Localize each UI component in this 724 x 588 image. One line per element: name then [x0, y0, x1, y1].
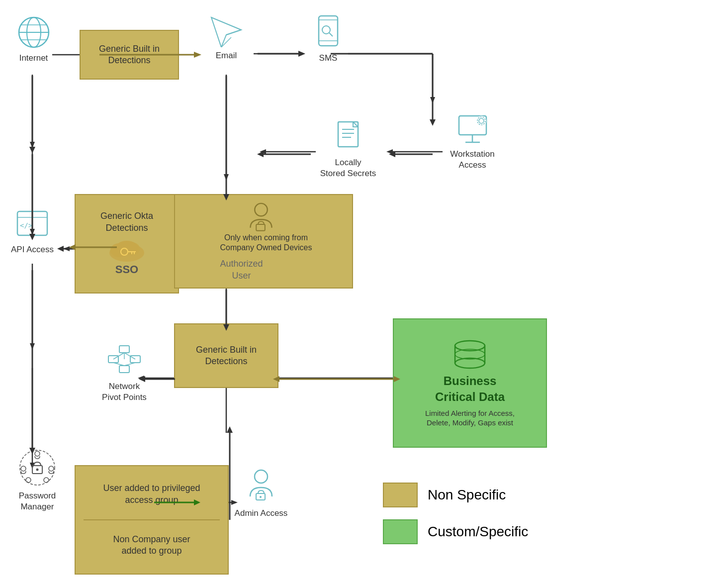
- locally-stored-label: LocallyStored Secrets: [320, 157, 376, 179]
- svg-point-90: [44, 478, 49, 483]
- svg-point-93: [255, 470, 268, 483]
- user-added-box: User added to privilegedaccess group Non…: [75, 465, 229, 575]
- svg-text:</>: </>: [20, 221, 32, 229]
- svg-marker-14: [260, 149, 266, 154]
- svg-marker-26: [30, 343, 35, 350]
- svg-point-89: [26, 478, 31, 483]
- legend-non-specific-label: Non Specific: [428, 487, 506, 503]
- svg-rect-47: [338, 122, 358, 147]
- user-added-label1: User added to privilegedaccess group: [103, 483, 200, 506]
- legend: Non Specific Custom/Specific: [383, 483, 528, 544]
- svg-line-46: [329, 33, 333, 36]
- svg-point-92: [36, 469, 39, 471]
- api-access-node: </> API Access: [0, 209, 65, 255]
- svg-marker-108: [389, 151, 395, 157]
- generic-builtin2-label: Generic Built inDetections: [196, 344, 257, 368]
- password-manager-node: PasswordManager: [2, 448, 72, 512]
- business-critical-label: BusinessCritical Data: [435, 373, 505, 404]
- svg-point-55: [476, 116, 486, 126]
- business-critical-sub: Limited Alerting for Access,Delete, Modi…: [425, 408, 515, 428]
- svg-marker-1: [30, 142, 35, 148]
- svg-point-45: [322, 26, 330, 34]
- admin-access-node: Admin Access: [229, 468, 293, 519]
- workstation-icon: [456, 113, 489, 146]
- network-pivot-icon: [106, 343, 143, 378]
- svg-marker-8: [430, 97, 435, 103]
- user-added-label2: Non Company useradded to group: [113, 534, 190, 557]
- locally-stored-node: LocallyStored Secrets: [308, 119, 388, 179]
- svg-point-95: [260, 496, 262, 498]
- network-pivot-label: NetworkPivot Points: [102, 381, 147, 403]
- legend-non-specific-box: [383, 483, 418, 507]
- authorized-user-box: Only when coming fromCompany Owned Devic…: [174, 194, 353, 289]
- svg-marker-125: [227, 426, 233, 433]
- sso-label: SSO: [115, 263, 138, 277]
- svg-rect-74: [119, 366, 129, 373]
- svg-line-51: [353, 122, 358, 127]
- svg-point-85: [20, 450, 55, 485]
- password-manager-label: PasswordManager: [19, 490, 56, 512]
- sms-icon: [315, 15, 342, 50]
- authorized-user-icon: [245, 201, 277, 233]
- sms-node: SMS: [298, 15, 358, 64]
- email-label: Email: [216, 50, 237, 61]
- generic-okta-box: Generic OktaDetections SSO: [75, 194, 179, 294]
- svg-rect-72: [119, 346, 129, 353]
- sms-label: SMS: [319, 53, 338, 64]
- database-icon: [450, 338, 490, 373]
- svg-rect-42: [319, 16, 338, 46]
- svg-marker-101: [29, 147, 35, 153]
- generic-builtin-label: Generic Built inDetections: [99, 43, 160, 67]
- diagram: Internet Generic Built inDetections Emai…: [0, 0, 724, 588]
- sso-cloud-icon: [107, 238, 147, 263]
- workstation-node: WorkstationAccess: [433, 113, 512, 171]
- generic-builtin-box: Generic Built inDetections: [80, 30, 179, 80]
- api-access-icon: </>: [15, 209, 50, 241]
- svg-point-83: [455, 358, 485, 368]
- email-node: Email: [196, 15, 256, 61]
- svg-point-86: [35, 451, 40, 456]
- locally-stored-icon: [333, 119, 363, 154]
- workstation-label: WorkstationAccess: [450, 149, 494, 171]
- generic-builtin2-box: Generic Built inDetections: [174, 323, 278, 388]
- internet-node: Internet: [5, 15, 62, 64]
- password-manager-icon: [17, 448, 57, 488]
- svg-point-69: [255, 203, 267, 216]
- svg-line-40: [226, 30, 241, 35]
- svg-rect-70: [256, 224, 265, 231]
- authorized-user-desc: Only when coming fromCompany Owned Devic…: [220, 233, 312, 254]
- internet-icon: [16, 15, 51, 50]
- business-critical-box: BusinessCritical Data Limited Alerting f…: [393, 318, 547, 448]
- generic-okta-label: Generic OktaDetections: [100, 210, 153, 234]
- network-pivot-node: NetworkPivot Points: [90, 343, 159, 403]
- api-access-label: API Access: [11, 244, 54, 255]
- admin-access-icon: [245, 468, 277, 505]
- svg-marker-10: [224, 174, 229, 181]
- svg-line-78: [113, 363, 124, 366]
- admin-access-label: Admin Access: [235, 508, 288, 519]
- internet-label: Internet: [19, 53, 48, 64]
- legend-custom-label: Custom/Specific: [428, 524, 528, 540]
- svg-point-87: [21, 466, 26, 471]
- authorized-user-sub: AuthorizedUser: [220, 258, 263, 282]
- email-icon: [209, 15, 244, 47]
- legend-custom-box: [383, 519, 418, 544]
- svg-line-79: [124, 363, 135, 366]
- svg-point-88: [49, 466, 54, 471]
- svg-marker-110: [257, 151, 264, 157]
